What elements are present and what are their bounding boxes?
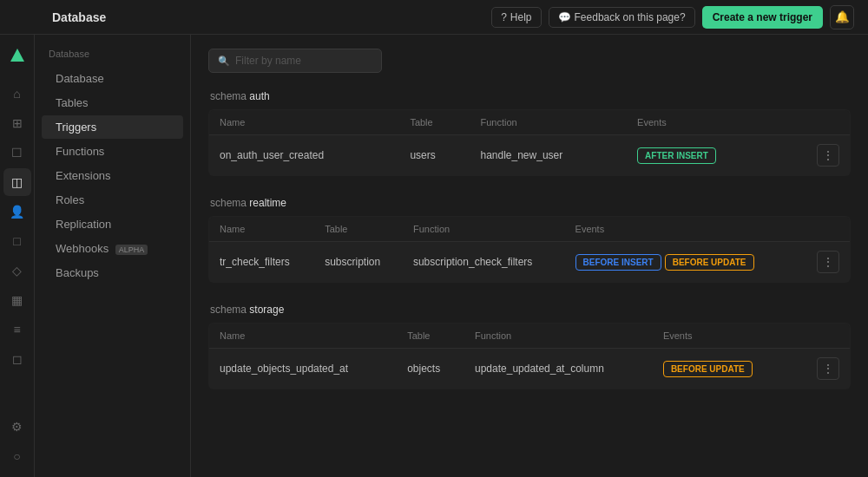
- cell-function: subscription_check_filters: [403, 242, 565, 283]
- sidebar-icon-table[interactable]: ⊞: [3, 109, 31, 137]
- col-header-table: Table: [399, 110, 470, 135]
- main-content: 🔍 schema authNameTableFunctionEventson_a…: [191, 35, 868, 477]
- row-menu-button[interactable]: ⋮: [817, 357, 839, 380]
- sidebar-icon-api[interactable]: ◇: [3, 257, 31, 284]
- sidebar-icon-database[interactable]: ◫: [3, 168, 31, 196]
- cell-actions: ⋮: [784, 135, 851, 176]
- sidebar-icon-settings[interactable]: ⚙: [3, 413, 31, 441]
- question-icon: ?: [501, 11, 507, 23]
- icon-sidebar-top: ⌂ ⊞ ☐ ◫ 👤 □ ◇ ▦ ≡ ◻: [3, 80, 31, 409]
- row-menu-button[interactable]: ⋮: [817, 144, 839, 167]
- sidebar-icon-inbox[interactable]: ☐: [3, 139, 31, 167]
- col-header-actions: [795, 323, 850, 349]
- sidebar-icon-storage[interactable]: □: [3, 227, 31, 255]
- topbar: Database ? Help 💬 Feedback on this page?…: [0, 0, 868, 35]
- cell-trigger-name: update_objects_updated_at: [209, 349, 398, 389]
- feedback-button[interactable]: 💬 Feedback on this page?: [549, 7, 695, 28]
- cell-actions: ⋮: [795, 349, 850, 389]
- table-realtime: NameTableFunctionEventstr_check_filterss…: [208, 216, 851, 283]
- table-row: on_auth_user_createdusershandle_new_user…: [209, 135, 851, 176]
- col-header-function: Function: [403, 217, 565, 242]
- icon-sidebar-bottom: ⚙ ○: [3, 413, 31, 470]
- col-header-function: Function: [470, 110, 627, 135]
- schema-header-realtime: schema realtime: [208, 197, 851, 209]
- nav-item-database[interactable]: Database: [42, 67, 183, 90]
- col-header-table: Table: [397, 323, 464, 349]
- event-badge-before-update: BEFORE UPDATE: [663, 361, 753, 377]
- cell-trigger-name: tr_check_filters: [209, 242, 315, 283]
- nav-item-tables[interactable]: Tables: [42, 91, 183, 114]
- table-row: tr_check_filterssubscriptionsubscription…: [209, 242, 851, 283]
- event-badge-before-insert: BEFORE INSERT: [575, 254, 661, 271]
- col-header-events: Events: [565, 217, 800, 242]
- topbar-actions: ? Help 💬 Feedback on this page? Create a…: [491, 5, 854, 29]
- event-badge-before-update: BEFORE UPDATE: [665, 254, 754, 271]
- col-header-table: Table: [314, 217, 403, 242]
- page-title: Database: [52, 10, 106, 24]
- search-icon: 🔍: [218, 56, 230, 67]
- nav-item-replication[interactable]: Replication: [42, 212, 183, 236]
- sidebar-icon-logs[interactable]: ≡: [3, 316, 31, 343]
- layout: ⌂ ⊞ ☐ ◫ 👤 □ ◇ ▦ ≡ ◻ ⚙ ○ Database Databas…: [0, 35, 868, 477]
- sidebar-icon-docs[interactable]: ◻: [3, 345, 31, 373]
- cell-events: AFTER INSERT: [627, 135, 784, 176]
- cell-function: handle_new_user: [470, 135, 627, 176]
- schema-section-auth: schema authNameTableFunctionEventson_aut…: [208, 90, 851, 176]
- col-header-name: Name: [209, 110, 400, 135]
- logo: [3, 42, 31, 69]
- nav-item-triggers[interactable]: Triggers: [42, 115, 183, 139]
- nav-item-extensions[interactable]: Extensions: [42, 164, 183, 187]
- cell-function: update_updated_at_column: [464, 349, 653, 389]
- cell-events: BEFORE INSERTBEFORE UPDATE: [565, 242, 800, 283]
- sidebar-icon-users[interactable]: 👤: [3, 198, 31, 225]
- col-header-actions: [799, 217, 850, 242]
- schemas-container: schema authNameTableFunctionEventson_aut…: [208, 90, 851, 389]
- col-header-events: Events: [653, 323, 795, 349]
- bell-icon: 🔔: [835, 10, 850, 23]
- notification-button[interactable]: 🔔: [830, 5, 854, 29]
- schema-section-realtime: schema realtimeNameTableFunctionEventstr…: [208, 197, 851, 283]
- nav-item-webhooks[interactable]: Webhooks ALPHA: [42, 237, 183, 260]
- nav-sidebar: Database Database Tables Triggers Functi…: [35, 35, 191, 477]
- search-bar: 🔍: [208, 49, 382, 73]
- table-row: update_objects_updated_atobjectsupdate_u…: [209, 349, 851, 389]
- col-header-function: Function: [464, 323, 653, 349]
- nav-item-functions[interactable]: Functions: [42, 140, 183, 163]
- row-menu-button[interactable]: ⋮: [817, 251, 839, 273]
- alpha-badge: ALPHA: [115, 245, 148, 255]
- nav-item-backups[interactable]: Backups: [42, 261, 183, 284]
- schema-header-auth: schema auth: [208, 90, 851, 102]
- sidebar-icon-home[interactable]: ⌂: [3, 80, 31, 108]
- cell-events: BEFORE UPDATE: [653, 349, 795, 389]
- comment-icon: 💬: [558, 11, 571, 23]
- cell-table: subscription: [314, 242, 403, 283]
- sidebar-icon-profile[interactable]: ○: [3, 442, 31, 470]
- cell-trigger-name: on_auth_user_created: [209, 135, 400, 176]
- table-auth: NameTableFunctionEventson_auth_user_crea…: [208, 109, 851, 176]
- schema-header-storage: schema storage: [208, 304, 851, 316]
- create-trigger-button[interactable]: Create a new trigger: [702, 6, 823, 29]
- col-header-events: Events: [627, 110, 784, 135]
- event-badge-after-insert: AFTER INSERT: [637, 147, 716, 164]
- nav-item-roles[interactable]: Roles: [42, 188, 183, 212]
- col-header-actions: [784, 110, 851, 135]
- cell-table: users: [399, 135, 470, 176]
- cell-table: objects: [397, 349, 464, 389]
- col-header-name: Name: [209, 323, 398, 349]
- cell-actions: ⋮: [799, 242, 850, 283]
- help-button[interactable]: ? Help: [491, 7, 541, 28]
- search-input[interactable]: [235, 55, 372, 67]
- sidebar-icon-reports[interactable]: ▦: [3, 286, 31, 314]
- icon-sidebar: ⌂ ⊞ ☐ ◫ 👤 □ ◇ ▦ ≡ ◻ ⚙ ○: [0, 35, 35, 477]
- schema-section-storage: schema storageNameTableFunctionEventsupd…: [208, 304, 851, 389]
- nav-section-label: Database: [35, 45, 190, 66]
- col-header-name: Name: [209, 217, 315, 242]
- table-storage: NameTableFunctionEventsupdate_objects_up…: [208, 323, 851, 389]
